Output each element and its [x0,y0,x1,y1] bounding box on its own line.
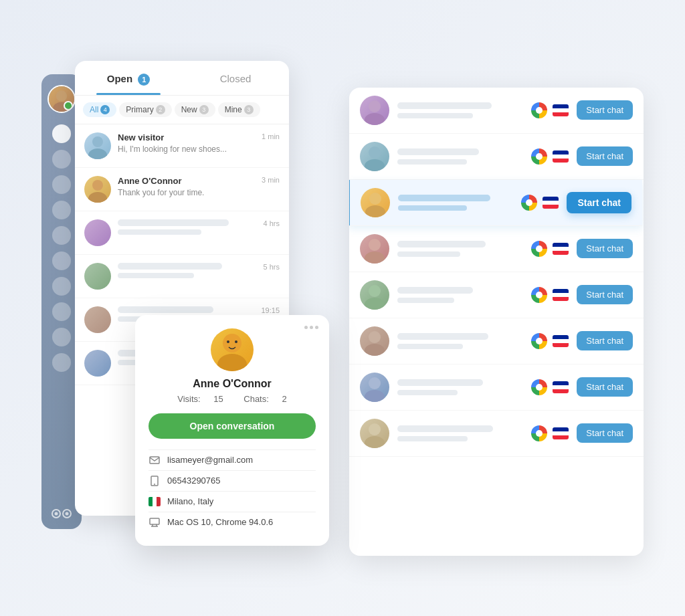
chrome-icon [531,379,547,395]
svg-point-20 [365,159,385,171]
start-chat-button[interactable]: Start chat [577,146,633,166]
svg-point-27 [369,331,381,343]
chrome-icon [531,102,547,118]
start-chat-button[interactable]: Start chat [577,239,633,258]
chrome-icon [531,241,547,257]
visitor-info [398,195,513,211]
filter-mine[interactable]: Mine 3 [218,102,260,117]
svg-point-26 [365,298,385,310]
chrome-icon [531,287,547,303]
sidebar-nav-item-5[interactable] [52,226,71,245]
svg-point-8 [92,180,103,191]
sidebar-nav-item-1[interactable] [52,124,71,143]
sidebar-nav-item-10[interactable] [52,353,71,372]
visitor-avatar [360,96,389,125]
visitor-info [397,333,523,349]
main-container: Open 1 Closed All 4 Primary 2 New 3 Mine [41,47,644,569]
visitor-info [397,102,523,118]
chat-item[interactable]: 4 hrs [75,211,289,255]
start-chat-button[interactable]: Start chat [577,331,633,350]
flag-icon [553,335,569,347]
visitor-row[interactable]: Start chat [349,318,644,365]
flag-italy-icon [149,496,161,508]
visitor-row[interactable]: Start chat [349,411,644,457]
tab-open[interactable]: Open 1 [75,61,182,95]
sidebar-nav-item-8[interactable] [52,302,71,321]
chat-item-content [118,263,257,278]
visitor-info-email: lisameyer@gmail.com [149,449,316,470]
start-chat-button[interactable]: Start chat [577,100,633,120]
chat-item[interactable]: New visitor Hi, I'm looking for new shoe… [75,124,289,168]
visitor-card-stats: Visits: 15 Chats: 2 [149,394,316,404]
svg-point-15 [154,484,155,485]
visitor-info [397,425,523,441]
tab-closed[interactable]: Closed [182,61,289,95]
visitor-row-icons [531,425,569,441]
svg-point-19 [369,146,381,159]
more-options[interactable] [304,326,318,329]
open-conversation-button[interactable]: Open conversation [149,413,316,439]
chat-item-name: New visitor [118,132,255,142]
visitor-row-icons [531,148,569,165]
chat-filters: All 4 Primary 2 New 3 Mine 3 [75,96,289,124]
chrome-icon [531,425,547,441]
svg-point-21 [369,193,381,205]
visitor-row[interactable]: Start chat [349,365,644,411]
flag-icon [553,150,569,163]
visitor-row[interactable]: Start chat [349,272,644,318]
start-chat-button[interactable]: Start chat [577,423,633,443]
start-chat-button-highlighted[interactable]: Start chat [567,192,631,213]
svg-point-1 [53,102,70,112]
chat-item-time: 19:15 [261,306,280,314]
start-chat-button[interactable]: Start chat [577,285,633,304]
filter-all[interactable]: All 4 [83,102,116,117]
sidebar-nav-item-2[interactable] [52,150,71,169]
sidebar-nav-item-3[interactable] [52,175,71,194]
svg-point-18 [365,113,385,125]
flag-icon [553,243,569,255]
visitor-info-list: lisameyer@gmail.com 06543290765 Milano, … [149,449,316,532]
visitor-row-icons [531,333,569,349]
visitor-row[interactable]: Start chat [349,88,644,134]
chat-item-time: 5 hrs [264,263,280,271]
visitor-row-highlighted[interactable]: Start chat [349,180,642,226]
chat-item[interactable]: 5 hrs [75,255,289,298]
svg-point-32 [365,436,385,448]
visitor-avatar [360,280,389,310]
sidebar-nav-item-6[interactable] [52,251,71,270]
svg-point-6 [92,136,103,147]
start-chat-button[interactable]: Start chat [577,377,633,397]
open-badge: 1 [138,74,150,86]
visitor-info [397,379,523,395]
user-avatar[interactable] [47,85,76,113]
sidebar-nav-item-9[interactable] [52,328,71,346]
visitors-panel: Start chat Start chat [349,88,644,556]
chat-item[interactable]: Anne O'Connor Thank you for your time. 3… [75,168,289,211]
visitor-avatar [361,188,390,217]
chat-item-time: 3 min [262,176,280,184]
visitor-row-icons [531,287,569,303]
chat-item-content: New visitor Hi, I'm looking for new shoe… [118,132,255,154]
svg-point-31 [369,423,381,435]
visitor-row[interactable]: Start chat [349,226,644,272]
chrome-icon [531,333,547,349]
sidebar-nav-item-4[interactable] [52,201,71,219]
chat-item-content [118,219,257,235]
visitor-info-location: Milano, Italy [149,491,316,512]
svg-point-3 [55,512,58,515]
visitor-card-name: Anne O'Connor [149,378,316,390]
visitor-card: Anne O'Connor Visits: 15 Chats: 2 Open c… [135,315,329,546]
avatar [84,219,111,246]
filter-primary[interactable]: Primary 2 [119,102,171,117]
filter-new[interactable]: New 3 [175,102,215,117]
visitor-info-phone: 06543290765 [149,470,316,491]
visitor-row[interactable]: Start chat [349,134,644,180]
visitor-row-icons [531,241,569,257]
svg-rect-16 [150,518,159,524]
avatar [84,350,111,377]
monitor-icon [149,516,161,528]
sidebar-nav-item-7[interactable] [52,277,71,296]
visitor-info-system: Mac OS 10, Chrome 94.0.6 [149,512,316,532]
sidebar-bottom [51,509,72,518]
avatar [84,263,111,290]
